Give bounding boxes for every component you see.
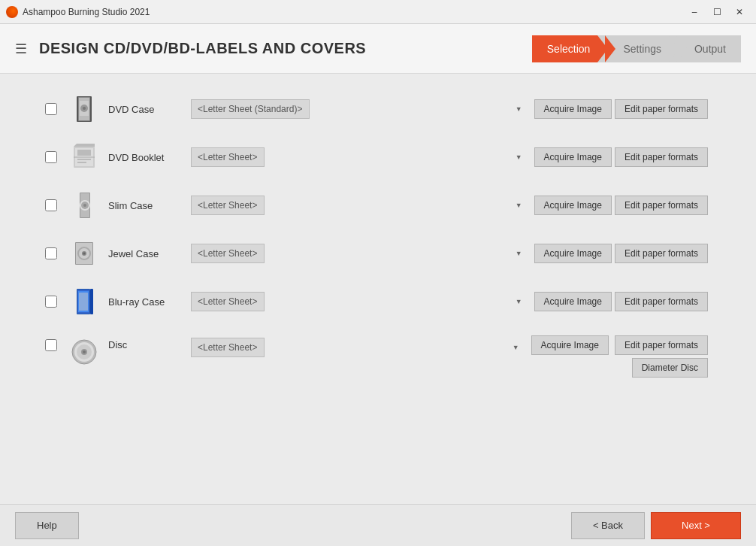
dvd-booklet-select[interactable]: <Letter Sheet> [191, 147, 265, 167]
slim-case-acquire-button[interactable]: Acquire Image [534, 196, 612, 215]
bluray-case-icon [69, 287, 99, 317]
maximize-button[interactable]: ☐ [706, 5, 727, 20]
slim-case-select-wrapper: <Letter Sheet> [191, 196, 528, 215]
disc-icon [69, 337, 99, 367]
disc-edit-button[interactable]: Edit paper formats [615, 335, 708, 355]
footer-left: Help [15, 512, 79, 539]
help-button[interactable]: Help [15, 512, 79, 539]
close-button[interactable]: ✕ [729, 5, 750, 20]
bluray-case-acquire-button[interactable]: Acquire Image [534, 292, 612, 311]
footer: Help < Back Next > [0, 504, 756, 546]
next-button[interactable]: Next > [651, 512, 741, 539]
dvd-case-select-wrapper: <Letter Sheet (Standard)> [191, 99, 528, 119]
bluray-case-label: Blu-ray Case [108, 296, 191, 308]
svg-point-33 [83, 350, 86, 353]
slim-case-edit-button[interactable]: Edit paper formats [615, 196, 708, 215]
disc-checkbox[interactable] [45, 339, 57, 351]
dvd-case-label: DVD Case [108, 104, 191, 115]
jewel-case-select[interactable]: <Letter Sheet> [191, 244, 265, 263]
svg-point-5 [83, 107, 86, 110]
jewel-case-icon [69, 238, 99, 268]
dvd-case-checkbox[interactable] [45, 103, 57, 115]
minimize-button[interactable]: – [684, 5, 705, 20]
list-item: DVD Booklet <Letter Sheet> Acquire Image… [45, 137, 711, 177]
disc-select[interactable]: <Letter Sheet> [191, 338, 265, 357]
svg-rect-11 [77, 162, 86, 163]
dvd-case-icon [69, 94, 99, 124]
disc-acquire-button[interactable]: Acquire Image [531, 335, 609, 355]
slim-case-select[interactable]: <Letter Sheet> [191, 196, 265, 215]
svg-rect-27 [79, 293, 88, 311]
list-item: Blu-ray Case <Letter Sheet> Acquire Imag… [45, 281, 711, 322]
main-content: DVD Case <Letter Sheet (Standard)> Acqui… [0, 74, 756, 504]
dvd-booklet-edit-button[interactable]: Edit paper formats [615, 147, 708, 167]
disc-diameter-button[interactable]: Diameter Disc [632, 358, 708, 378]
list-item: Disc <Letter Sheet> Acquire Image Edit p… [45, 329, 711, 382]
footer-right: < Back Next > [571, 512, 741, 539]
dvd-case-edit-button[interactable]: Edit paper formats [615, 99, 708, 119]
app-title: Ashampoo Burning Studio 2021 [23, 7, 684, 17]
bluray-case-checkbox[interactable] [45, 296, 57, 308]
svg-marker-12 [74, 144, 95, 147]
step-output[interactable]: Output [679, 35, 741, 62]
step-settings[interactable]: Settings [608, 35, 676, 62]
header: ☰ DESIGN CD/DVD/BD-LABELS AND COVERS Sel… [0, 24, 756, 74]
bluray-case-select-wrapper: <Letter Sheet> [191, 292, 528, 311]
dvd-case-acquire-button[interactable]: Acquire Image [534, 99, 612, 119]
jewel-case-label: Jewel Case [108, 248, 191, 259]
svg-rect-28 [90, 289, 93, 314]
svg-rect-9 [77, 150, 91, 156]
list-item: Jewel Case <Letter Sheet> Acquire Image … [45, 233, 711, 274]
jewel-case-acquire-button[interactable]: Acquire Image [534, 244, 612, 263]
bluray-case-edit-button[interactable]: Edit paper formats [615, 292, 708, 311]
jewel-case-checkbox[interactable] [45, 247, 57, 259]
dvd-booklet-label: DVD Booklet [108, 152, 191, 163]
back-button[interactable]: < Back [571, 512, 645, 539]
app-icon [6, 6, 18, 18]
slim-case-icon [69, 190, 99, 220]
breadcrumb-steps: Selection Settings Output [532, 35, 741, 62]
menu-icon[interactable]: ☰ [15, 41, 27, 57]
dvd-booklet-icon [69, 142, 99, 172]
dvd-booklet-acquire-button[interactable]: Acquire Image [534, 147, 612, 167]
dvd-case-select[interactable]: <Letter Sheet (Standard)> [191, 99, 310, 119]
svg-point-17 [83, 204, 86, 207]
svg-point-23 [83, 253, 86, 255]
disc-select-wrapper: <Letter Sheet> [191, 338, 525, 357]
slim-case-label: Slim Case [108, 200, 191, 211]
dvd-booklet-select-wrapper: <Letter Sheet> [191, 147, 528, 167]
jewel-case-edit-button[interactable]: Edit paper formats [615, 244, 708, 263]
step-selection[interactable]: Selection [532, 35, 606, 62]
dvd-booklet-checkbox[interactable] [45, 151, 57, 163]
slim-case-checkbox[interactable] [45, 199, 57, 211]
svg-rect-10 [77, 159, 91, 160]
jewel-case-select-wrapper: <Letter Sheet> [191, 244, 528, 263]
list-item: DVD Case <Letter Sheet (Standard)> Acqui… [45, 89, 711, 129]
window-controls: – ☐ ✕ [684, 5, 750, 20]
bluray-case-select[interactable]: <Letter Sheet> [191, 292, 265, 311]
page-title: DESIGN CD/DVD/BD-LABELS AND COVERS [39, 40, 532, 57]
title-bar: Ashampoo Burning Studio 2021 – ☐ ✕ [0, 0, 756, 24]
disc-label: Disc [108, 339, 191, 350]
list-item: Slim Case <Letter Sheet> Acquire Image E… [45, 185, 711, 226]
